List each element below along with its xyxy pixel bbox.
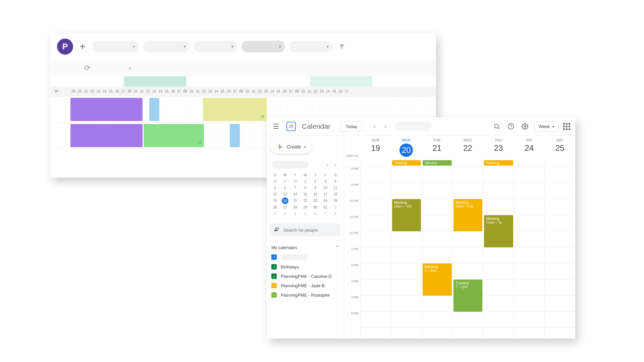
calendar-checkbox[interactable]: ✓ [271, 264, 277, 269]
mini-day-cell[interactable]: 9 [310, 185, 320, 191]
allday-cell[interactable] [514, 160, 545, 167]
mini-day-cell[interactable]: 13 [280, 191, 290, 197]
refresh-icon[interactable]: ⟳ [84, 64, 90, 72]
calendar-event[interactable]: Meeting11am – 1p [484, 215, 513, 247]
mini-day-cell[interactable]: 24 [320, 197, 330, 204]
search-icon[interactable] [492, 122, 501, 131]
mini-day-cell[interactable]: 4 [330, 178, 340, 185]
allday-cell[interactable] [544, 160, 575, 167]
pme-dropdown-2[interactable] [143, 41, 190, 52]
calendar-item[interactable]: ✓ [270, 252, 340, 262]
mini-day-cell[interactable]: 27 [280, 204, 290, 210]
mini-prev-button[interactable]: ‹ [323, 161, 331, 168]
mini-day-cell[interactable]: 16 [310, 191, 320, 197]
allday-cell[interactable]: Service [422, 160, 452, 167]
calendar-event[interactable]: Meeting10am – 12p [453, 199, 483, 231]
mini-day-cell[interactable]: 1 [330, 204, 340, 210]
pme-task-blue[interactable] [149, 98, 159, 121]
mini-day-cell[interactable]: 27 [280, 178, 290, 185]
mini-day-cell[interactable]: 22 [300, 197, 310, 204]
day-header[interactable]: THU23 [483, 136, 514, 160]
mini-day-cell[interactable]: 10 [320, 185, 330, 191]
mini-day-cell[interactable]: 29 [300, 204, 310, 210]
calendar-checkbox[interactable]: ✓ [271, 283, 277, 288]
google-apps-icon[interactable] [563, 123, 570, 130]
mini-day-cell[interactable]: 31 [320, 204, 330, 210]
calendar-item[interactable]: ✓PlanningPME - Caroline D. [270, 272, 340, 281]
mini-day-cell[interactable]: 6 [280, 185, 290, 191]
mini-day-cell[interactable]: 18 [330, 191, 340, 197]
mini-day-cell[interactable]: 26 [270, 204, 280, 210]
pme-dropdown-1[interactable] [92, 41, 139, 52]
mini-day-cell[interactable]: 26 [270, 178, 280, 185]
mini-day-cell[interactable]: 17 [320, 191, 330, 197]
mini-day-cell[interactable]: 3 [280, 210, 290, 217]
mini-day-cell[interactable]: 1 [300, 178, 310, 185]
pme-task-yellow[interactable]: ⟳ [203, 98, 267, 121]
calendar-checkbox[interactable]: ✓ [271, 274, 277, 279]
pme-dropdown-3[interactable] [194, 41, 237, 52]
calendar-event[interactable]: Training3 – 5pm [453, 280, 483, 312]
create-button[interactable]: Create ▾ [270, 140, 312, 154]
mini-day-cell[interactable]: 3 [320, 178, 330, 185]
pme-dropdown-5[interactable] [289, 41, 333, 52]
mini-day-cell[interactable]: 11 [330, 185, 340, 191]
pme-add-button[interactable]: + [77, 41, 88, 52]
mini-day-cell[interactable]: 6 [310, 210, 320, 217]
view-select[interactable]: Week ▾ [534, 121, 558, 132]
mini-day-cell[interactable]: 25 [330, 197, 340, 204]
mini-day-cell[interactable]: 2 [270, 210, 280, 217]
mini-day-cell[interactable]: 28 [290, 204, 300, 210]
search-people-input[interactable] [283, 228, 340, 233]
mini-day-cell[interactable]: 20 [282, 197, 288, 204]
day-header[interactable]: MON20 [391, 136, 422, 160]
calendar-item[interactable]: ✓PlanningPME - Rodolphe [270, 290, 340, 300]
mini-day-cell[interactable]: 8 [330, 210, 340, 217]
mini-day-cell[interactable]: 5 [270, 185, 280, 191]
allday-cell[interactable] [360, 160, 391, 167]
calendar-checkbox[interactable]: ✓ [271, 254, 277, 260]
mini-day-cell[interactable]: 28 [290, 178, 300, 185]
day-header[interactable]: WED22 [452, 136, 483, 160]
allday-cell[interactable]: Training [391, 160, 422, 167]
filter-icon[interactable] [337, 42, 347, 52]
allday-event[interactable]: Training [392, 160, 421, 166]
day-header[interactable]: SUN19 [360, 136, 391, 160]
calendar-item[interactable]: ✓Birthdays [270, 262, 340, 272]
allday-cell[interactable]: Training [483, 160, 514, 167]
help-icon[interactable] [506, 122, 516, 131]
allday-event[interactable]: Training [484, 160, 513, 166]
day-header[interactable]: FRI24 [514, 136, 545, 160]
pme-dropdown-4[interactable] [241, 41, 285, 52]
sort-icon[interactable] [50, 89, 64, 94]
settings-icon[interactable] [520, 122, 530, 131]
mini-day-cell[interactable]: 8 [300, 185, 310, 191]
mini-day-cell[interactable]: 12 [270, 191, 280, 197]
prev-week-button[interactable]: ‹ [370, 122, 379, 131]
grid-day-column[interactable]: Meeting10am – 12p [391, 167, 422, 337]
day-header[interactable]: SAT25 [544, 136, 575, 160]
mini-day-cell[interactable]: 7 [290, 185, 300, 191]
mini-day-cell[interactable]: 4 [290, 210, 300, 217]
hamburger-icon[interactable]: ☰ [272, 121, 280, 132]
mini-next-button[interactable]: › [331, 161, 339, 168]
grid-day-column[interactable]: Meeting10am – 12pTraining3 – 5pm [452, 167, 483, 337]
pme-task-purple[interactable] [70, 124, 143, 147]
my-calendars-toggle[interactable]: My calendars ⌃ [270, 243, 340, 252]
grid-day-column[interactable] [514, 167, 545, 337]
pme-task-green[interactable]: ⟳ [144, 124, 204, 147]
mini-day-cell[interactable]: 2 [310, 178, 320, 185]
allday-event[interactable]: Service [423, 160, 452, 166]
grid-day-column[interactable]: Meeting11am – 1p [483, 167, 514, 337]
pme-task-blue[interactable] [230, 124, 240, 147]
calendar-item[interactable]: ✓PlanningPME - Jade B. [270, 281, 340, 290]
mini-day-cell[interactable]: 21 [290, 197, 300, 204]
grid-day-column[interactable]: Meeting2 – 4pm [422, 167, 452, 337]
today-button[interactable]: Today [340, 121, 362, 132]
pme-task-purple[interactable] [70, 98, 143, 121]
calendar-checkbox[interactable]: ✓ [271, 292, 277, 298]
mini-day-cell[interactable]: 5 [300, 210, 310, 217]
grid-day-column[interactable] [360, 167, 391, 337]
mini-day-cell[interactable]: 7 [320, 210, 330, 217]
pme-prev-button[interactable]: ‹ [124, 65, 136, 72]
